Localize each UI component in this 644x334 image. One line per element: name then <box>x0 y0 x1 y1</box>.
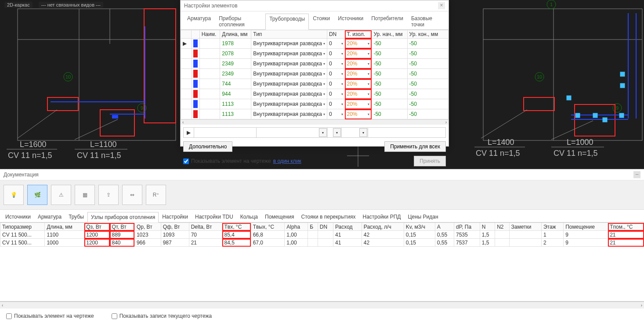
chevron-down-icon[interactable]: ▾ <box>368 102 369 106</box>
table-row[interactable]: 2078Внутриквартирная разводка▾0▾20%▾-50-… <box>181 49 449 59</box>
warn-page-icon[interactable]: ⚠ <box>51 185 71 205</box>
doc-tab[interactable]: Источники <box>2 212 34 222</box>
col-header[interactable]: Qз, Вт <box>84 223 110 231</box>
measure-icon[interactable]: ⇔ <box>122 185 142 205</box>
col-header[interactable]: Qт, Вт <box>110 223 134 231</box>
chevron-down-icon[interactable]: ▾ <box>341 92 343 96</box>
col-header[interactable]: N2 <box>495 223 509 231</box>
panel-collapse-icon[interactable]: – <box>633 171 640 178</box>
doc-tab[interactable]: Арматура <box>34 212 65 222</box>
chevron-down-icon[interactable]: ▾ <box>323 72 325 76</box>
chevron-down-icon[interactable]: ▾ <box>368 52 369 56</box>
chevron-down-icon[interactable]: ▾ <box>341 72 343 76</box>
show-current-records-check[interactable]: Показывать записи текущего чертежа <box>112 313 212 319</box>
chevron-down-icon[interactable]: ▾ <box>368 72 369 76</box>
col-header[interactable]: Тип <box>251 30 327 39</box>
dialog-tab[interactable]: Арматура <box>183 13 215 29</box>
bulb-icon[interactable]: 💡 <box>4 185 24 205</box>
chevron-down-icon[interactable]: ▾ <box>359 128 367 137</box>
col-header[interactable]: Этаж <box>541 223 563 231</box>
col-header[interactable]: Delta, Вт <box>189 223 222 231</box>
col-header[interactable]: Типоразмер <box>0 223 45 231</box>
doc-tab[interactable]: Настройки TDU <box>192 212 237 222</box>
chevron-down-icon[interactable]: ▾ <box>368 112 369 116</box>
table-row[interactable]: 1113Внутриквартирная разводка▾0▾20%▾-50-… <box>181 99 449 109</box>
col-header[interactable]: Ур. нач., мм <box>372 30 407 39</box>
doc-tab[interactable]: Помещения <box>261 212 297 222</box>
col-header[interactable]: Длина, мм <box>220 30 251 39</box>
one-click-link[interactable]: в один клик <box>273 158 301 164</box>
table-row[interactable]: 2349Внутриквартирная разводка▾0▾20%▾-50-… <box>181 69 449 79</box>
col-header[interactable]: Заметки <box>509 223 541 231</box>
dialog-tab[interactable]: Стояки <box>309 13 334 29</box>
horizontal-scrollbar[interactable]: ‹› <box>181 119 449 125</box>
chevron-down-icon[interactable]: ▾ <box>341 82 343 86</box>
viewport-views-label[interactable]: --- нет связанных видов --- <box>39 2 103 8</box>
more-button[interactable]: Дополнительно <box>183 141 232 152</box>
col-header[interactable]: Расход, л/ч <box>362 223 404 231</box>
doc-tab[interactable]: Кольца <box>237 212 261 222</box>
dialog-tab[interactable]: Потребители <box>367 13 407 29</box>
pipes-table[interactable]: Наим.Длина, ммТипDNТ. изол.Ур. нач., ммУ… <box>181 30 449 119</box>
horizontal-scrollbar[interactable]: ‹› <box>0 302 644 309</box>
doc-tab[interactable]: Трубы <box>65 212 87 222</box>
col-header[interactable]: Длина, мм <box>45 223 84 231</box>
close-icon[interactable]: × <box>438 2 445 9</box>
col-header[interactable]: Помещение <box>564 223 608 231</box>
col-header[interactable]: Ур. кон., мм <box>407 30 448 39</box>
show-on-drawing-check[interactable]: Показывать элемент на чертеже в один кли… <box>183 158 301 164</box>
heating-nodes-table[interactable]: ТипоразмерДлина, ммQз, ВтQт, ВтQр, ВтQф,… <box>0 223 644 247</box>
table-row[interactable]: ▶1978Внутриквартирная разводка▾0▾20%▾-50… <box>181 39 449 49</box>
col-header[interactable]: Tвых, °C <box>251 223 285 231</box>
accept-button[interactable]: Принять <box>414 156 446 166</box>
chevron-down-icon[interactable]: ▾ <box>323 82 325 86</box>
chevron-down-icon[interactable]: ▾ <box>368 42 369 46</box>
chevron-down-icon[interactable]: ▾ <box>341 62 343 66</box>
chevron-down-icon[interactable]: ▾ <box>341 42 343 46</box>
tree-icon[interactable]: 🌿 <box>27 185 47 205</box>
col-header[interactable]: DN <box>318 223 333 231</box>
apply-all-button[interactable]: Применить для всех <box>384 141 446 152</box>
col-header[interactable]: Tпом., °C <box>608 223 644 231</box>
table-row[interactable]: CV 11 500...11001200889102310937085,466,… <box>0 231 644 239</box>
table-row[interactable]: 744Внутриквартирная разводка▾0▾20%▾-50-5… <box>181 79 449 89</box>
col-header[interactable]: Qф, Вт <box>161 223 189 231</box>
col-header[interactable]: dP, Па <box>454 223 480 231</box>
doc-tab[interactable]: Настройки РПД <box>359 212 404 222</box>
col-header[interactable]: Т. изол. <box>345 30 372 39</box>
dialog-tab[interactable]: Приборы отопления <box>215 13 265 29</box>
chevron-down-icon[interactable]: ▾ <box>333 128 341 137</box>
chevron-down-icon[interactable]: ▾ <box>323 62 325 66</box>
doc-tab[interactable]: Узлы приборов отопления <box>87 212 159 223</box>
col-header[interactable]: Наим. <box>199 30 220 39</box>
table-row[interactable]: CV 11 500...100012008409669872184,567,01… <box>0 239 644 247</box>
dialog-tab[interactable]: Трубопроводы <box>265 14 309 30</box>
chevron-down-icon[interactable]: ▾ <box>323 42 325 46</box>
show-on-drawing-check[interactable]: Показывать элемент на чертеже <box>6 313 94 319</box>
col-header[interactable]: Qр, Вт <box>134 223 161 231</box>
chevron-down-icon[interactable]: ▾ <box>323 102 325 106</box>
viewport-mode-label[interactable]: 2D-каркас <box>4 2 33 8</box>
table-row[interactable]: 944Внутриквартирная разводка▾0▾20%▾-50-5… <box>181 89 449 99</box>
chevron-down-icon[interactable]: ▾ <box>323 112 325 116</box>
col-header[interactable] <box>192 30 199 39</box>
col-header[interactable]: Tвх, °C <box>222 223 251 231</box>
doc-tab[interactable]: Цены Ридан <box>404 212 441 222</box>
chevron-down-icon[interactable]: ▾ <box>368 82 369 86</box>
col-header[interactable] <box>181 30 192 39</box>
col-header[interactable]: A <box>435 223 454 231</box>
col-header[interactable]: Б <box>308 223 318 231</box>
chevron-down-icon[interactable]: ▾ <box>319 128 327 137</box>
chevron-down-icon[interactable]: ▾ <box>341 52 343 56</box>
cad-viewport[interactable]: 2D-каркас --- нет связанных видов --- 10… <box>0 0 644 169</box>
chevron-down-icon[interactable]: ▾ <box>368 92 369 96</box>
doc-tab[interactable]: Настройки <box>159 212 192 222</box>
dialog-tab[interactable]: Источники <box>334 13 367 29</box>
col-header[interactable]: Расход <box>333 223 362 231</box>
table-row[interactable]: 1113Внутриквартирная разводка▾0▾20%▾-50-… <box>181 109 449 119</box>
dialog-tab[interactable]: Базовые точки <box>407 13 446 29</box>
grid-icon[interactable]: ▦ <box>75 185 95 205</box>
chevron-down-icon[interactable]: ▾ <box>368 62 369 66</box>
chevron-down-icon[interactable]: ▾ <box>341 102 343 106</box>
col-header[interactable]: N <box>480 223 495 231</box>
